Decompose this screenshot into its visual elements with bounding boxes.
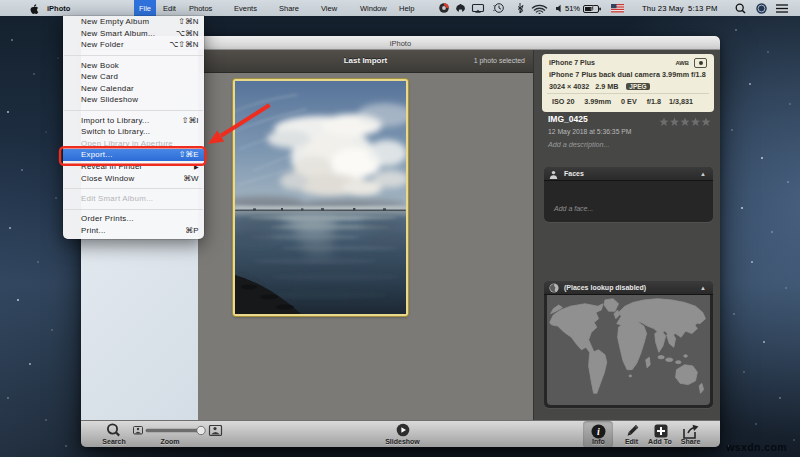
svg-text:i: i: [597, 426, 600, 437]
